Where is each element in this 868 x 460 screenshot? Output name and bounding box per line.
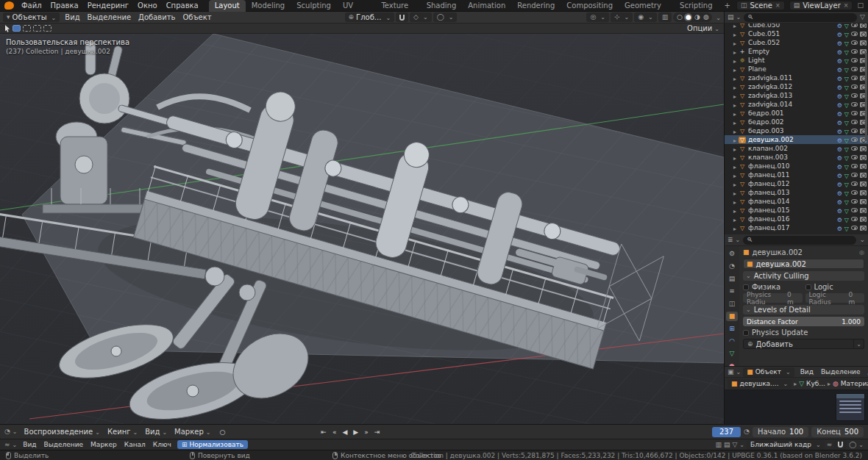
expand-caret-icon[interactable] [733, 145, 736, 153]
outliner-row[interactable]: ▽ фланец.017 [725, 223, 868, 232]
menu-item[interactable]: Маркер [87, 441, 121, 448]
properties-search-input[interactable]: 🔍︎ [743, 236, 856, 245]
play-reverse-button[interactable]: ◀ [340, 428, 349, 436]
hide-in-viewport-icon[interactable] [851, 67, 858, 71]
workspace-tab[interactable]: Sculpting [291, 0, 337, 12]
modifier-icon[interactable] [837, 127, 842, 135]
visibility-dropdown[interactable]: ◎ [586, 12, 609, 22]
menu-item[interactable]: Вид [61, 13, 83, 21]
hide-in-viewport-icon[interactable] [851, 146, 858, 151]
expand-caret-icon[interactable] [733, 39, 736, 47]
outliner-row[interactable]: ▽ zadvigka.011 [725, 73, 868, 82]
outliner-row[interactable]: ▽ zadvigka.014 [725, 100, 868, 109]
physics-checkbox[interactable] [743, 284, 749, 290]
modifier-icon[interactable] [837, 92, 842, 100]
mesh-data-icon[interactable] [844, 136, 849, 144]
expand-caret-icon[interactable] [733, 206, 736, 215]
gizmo-dropdown[interactable]: ⊹ [611, 12, 633, 22]
disable-in-render-icon[interactable] [860, 155, 867, 160]
outliner-row[interactable]: ▽ фланец.010 [725, 162, 868, 170]
mesh-data-icon[interactable] [844, 39, 849, 47]
modifier-icon[interactable] [837, 101, 842, 109]
mesh-data-icon[interactable] [844, 109, 849, 118]
jump-to-end-button[interactable]: ⇥ [372, 428, 383, 436]
expand-caret-icon[interactable] [733, 101, 736, 109]
options-dropdown[interactable]: Опции [687, 24, 719, 32]
xray-toggle[interactable]: ▥ [658, 12, 672, 22]
filter-icon[interactable]: ▽ [860, 14, 865, 21]
menu-item[interactable]: Вид [141, 428, 171, 436]
hide-in-viewport-icon[interactable] [851, 182, 858, 186]
workspace-tab[interactable]: Compositing [561, 0, 619, 12]
section-levels-of-detail[interactable]: Levels of Detail [743, 305, 864, 315]
select-box-new-button[interactable] [13, 25, 21, 32]
play-button[interactable]: ▶ [351, 428, 360, 436]
viewlayer-selector[interactable]: ▤ ViewLayer × [789, 1, 853, 10]
disable-in-render-icon[interactable] [860, 208, 867, 213]
hide-in-viewport-icon[interactable] [851, 164, 858, 168]
mesh-data-icon[interactable] [844, 206, 849, 215]
modifier-icon[interactable] [837, 162, 842, 170]
material-shading-button[interactable]: ◑ [693, 13, 701, 21]
properties-tab[interactable]: ▤ [726, 274, 738, 284]
menu-item[interactable]: Окно [133, 1, 162, 10]
hide-in-viewport-icon[interactable] [851, 199, 858, 204]
outliner-row[interactable]: ▽ фланец.013 [725, 188, 868, 197]
hide-in-viewport-icon[interactable] [851, 102, 858, 107]
properties-tab[interactable]: ◠ [726, 337, 738, 346]
workspace-tab[interactable]: Geometry Nodes [619, 0, 674, 12]
mesh-data-icon[interactable] [844, 57, 849, 65]
mesh-data-icon[interactable] [844, 92, 849, 100]
hide-in-viewport-icon[interactable] [851, 173, 858, 177]
menu-item[interactable]: Рендеринг [83, 1, 133, 10]
modifier-icon[interactable] [837, 57, 842, 65]
properties-tab[interactable]: ◫ [726, 299, 738, 309]
expand-caret-icon[interactable] [733, 154, 736, 162]
expand-caret-icon[interactable] [733, 162, 736, 170]
workspace-tab[interactable]: UV Editing [337, 0, 376, 12]
disable-in-render-icon[interactable] [860, 182, 867, 187]
outliner-row[interactable]: ▽ фланец.014 [725, 197, 868, 206]
outliner-row[interactable]: ▽ Cube.050 [725, 24, 868, 29]
curve-icon[interactable]: ≈ [827, 442, 833, 448]
outliner-row[interactable]: ▽ фланец.015 [725, 206, 868, 215]
mesh-data-icon[interactable] [844, 74, 849, 82]
modifier-icon[interactable] [837, 83, 842, 91]
proportional-editing-dropdown[interactable]: ◯ [433, 12, 458, 22]
scene-selector[interactable]: ◫ Scene × [736, 1, 785, 10]
menu-item[interactable]: Добавить [135, 13, 179, 21]
physics-radius-field[interactable]: Physics Radiu 0 m [743, 293, 803, 303]
properties-tab[interactable]: ◔ [726, 262, 738, 271]
modifier-icon[interactable] [837, 24, 842, 29]
workspace-tab[interactable]: Scripting [674, 0, 718, 12]
outliner-row[interactable]: ▽ Cube.052 [725, 38, 868, 47]
logic-checkbox-row[interactable]: Logic [805, 283, 865, 291]
select-box-extend-button[interactable] [23, 25, 31, 32]
workspace-tab[interactable]: Shading [421, 0, 463, 12]
object-name-field[interactable]: ■ девушка.002 [743, 259, 864, 269]
mesh-data-icon[interactable] [844, 118, 849, 126]
snap-toggle[interactable] [834, 440, 847, 450]
logic-checkbox[interactable] [805, 284, 811, 290]
nearest-frame-dropdown[interactable]: Ближайший кадр [747, 440, 825, 450]
workspace-tab[interactable]: Texture Paint [375, 0, 420, 12]
expand-caret-icon[interactable] [733, 118, 736, 126]
hide-in-viewport-icon[interactable] [851, 49, 858, 54]
properties-tab[interactable]: ■ [726, 312, 738, 321]
workspace-tab[interactable]: Animation [462, 0, 511, 12]
unlink-scene-icon[interactable]: × [775, 2, 780, 9]
hide-in-viewport-icon[interactable] [851, 32, 858, 36]
expand-caret-icon[interactable] [733, 83, 736, 91]
modifier-icon[interactable] [837, 145, 842, 153]
expand-caret-icon[interactable] [733, 48, 736, 56]
previous-keyframe-button[interactable]: « [330, 428, 339, 436]
outliner-row[interactable]: ▽ фланец.011 [725, 170, 868, 179]
add-lod-button[interactable]: ⊕ Добавить ⌄ [743, 339, 864, 349]
workspace-tab[interactable]: + [719, 0, 736, 12]
frame-start-field[interactable]: Начало 100 [753, 427, 808, 437]
hide-in-viewport-icon[interactable] [851, 40, 858, 45]
menu-item[interactable]: Выделение [817, 368, 864, 375]
properties-tab[interactable]: ⚙ [726, 249, 738, 259]
expand-caret-icon[interactable] [733, 57, 736, 65]
keyframe-icon[interactable]: ◔ [744, 428, 750, 435]
